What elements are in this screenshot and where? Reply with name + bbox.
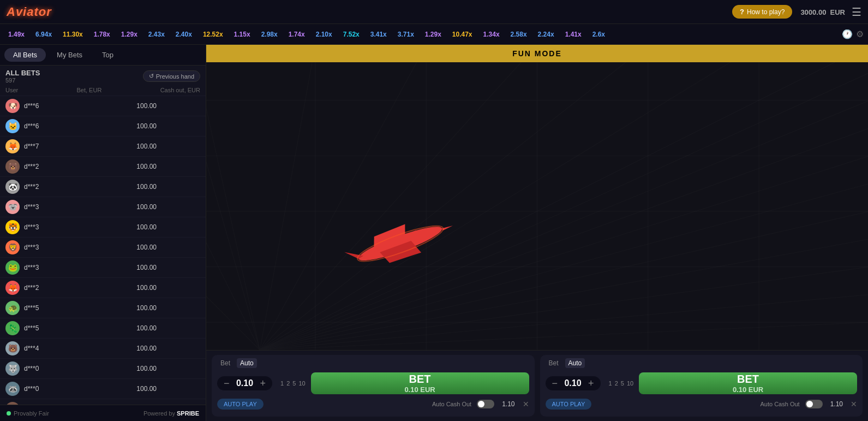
bet-amount: 100.00 — [118, 203, 157, 211]
bet-panel-2-tab-bet[interactable]: Bet — [546, 358, 562, 368]
mult-item-18: 2.58x — [507, 29, 531, 39]
avatar: 🐯 — [5, 220, 20, 234]
bet-panel-2-tabs: Bet Auto — [546, 358, 858, 368]
avatar: 🐼 — [5, 180, 20, 194]
bet-amount: 100.00 — [118, 385, 157, 393]
tab-all-bets[interactable]: All Bets — [4, 48, 46, 62]
mult-item-6: 2.40x — [172, 29, 196, 39]
mult-item-14: 3.71x — [394, 29, 418, 39]
bet-amount-2: 0.10 EUR — [733, 386, 763, 394]
plus-button-1[interactable]: + — [260, 378, 266, 388]
amount-value-1: 0.10 — [234, 378, 256, 388]
history-icon[interactable]: 🕐 — [842, 29, 853, 39]
mult-item-2: 11.30x — [59, 29, 87, 39]
table-row: 🐺d***0100.00 — [0, 359, 206, 379]
minus-button-2[interactable]: − — [552, 378, 558, 388]
mult-item-16: 10.47x — [448, 29, 476, 39]
avatar: 🐨 — [5, 200, 20, 214]
bet-amount: 100.00 — [118, 163, 157, 170]
aco-value-1: 1.10 — [502, 400, 514, 408]
avatar: 🦎 — [5, 321, 20, 335]
username: d***7 — [24, 143, 118, 150]
quick-2-1[interactable]: 2 — [286, 380, 290, 387]
auto-cash-out-label-2: Auto Cash Out — [760, 401, 799, 407]
bet-button-1[interactable]: BET 0.10 EUR — [311, 372, 529, 394]
mult-item-13: 3.41x — [367, 29, 391, 39]
col-user: User — [5, 87, 18, 93]
amount-control-2: − 0.10 + — [546, 376, 601, 390]
quick-10-1[interactable]: 10 — [298, 380, 305, 387]
username: d***4 — [24, 345, 118, 352]
provably-fair-label: Provably Fair — [14, 410, 49, 417]
close-aco-1[interactable]: ✕ — [523, 400, 529, 408]
bar-icons: 🕐 ⚙ — [842, 29, 864, 39]
top-nav: Aviator ? How to play? 3000.00 EUR ☰ — [0, 0, 868, 24]
avatar: 🐱 — [5, 119, 20, 133]
tab-top[interactable]: Top — [93, 48, 122, 62]
table-row: 🐱d***6100.00 — [0, 116, 206, 137]
bets-list: 🐶d***6100.00🐱d***6100.00🦊d***7100.00🐻d**… — [0, 96, 206, 405]
auto-play-button-1[interactable]: AUTO PLAY — [217, 399, 264, 410]
how-to-play-button[interactable]: ? How to play? — [732, 5, 792, 19]
username: d***0 — [24, 385, 118, 393]
auto-cash-out-toggle-2[interactable] — [805, 400, 823, 408]
bet-panel-2-tab-auto[interactable]: Auto — [565, 358, 585, 368]
tabs-row: All Bets My Bets Top — [0, 45, 206, 66]
mult-item-17: 1.34x — [480, 29, 504, 39]
bet-panel-1-tab-bet[interactable]: Bet — [217, 358, 234, 368]
bet-amount: 100.00 — [118, 122, 157, 130]
panel-divider — [536, 355, 539, 417]
bets-title: ALL BETS — [5, 69, 40, 77]
settings-icon[interactable]: ⚙ — [856, 29, 864, 39]
avatar: 🦁 — [5, 240, 20, 254]
previous-hand-button[interactable]: ↺ Previous hand — [143, 70, 200, 82]
avatar: 🦊 — [5, 281, 20, 295]
hamburger-menu[interactable]: ☰ — [852, 5, 861, 19]
avatar: 🐸 — [5, 260, 20, 275]
quick-10-2[interactable]: 10 — [627, 380, 633, 387]
bet-amount: 100.00 — [118, 102, 157, 110]
auto-cash-out-label-1: Auto Cash Out — [432, 401, 471, 407]
bet-amount: 100.00 — [118, 365, 157, 372]
mult-item-11: 2.10x — [312, 29, 336, 39]
tab-my-bets[interactable]: My Bets — [48, 48, 91, 62]
bet-amount: 100.00 — [118, 223, 157, 231]
bets-header: ALL BETS 597 ↺ Previous hand — [0, 66, 206, 85]
avatar: 🐺 — [5, 361, 20, 376]
avatar: 🐻 — [5, 341, 20, 355]
username: d***0 — [24, 365, 118, 372]
logo: Aviator — [7, 5, 52, 19]
bet-amount: 100.00 — [118, 143, 157, 150]
mult-item-0: 1.49x — [4, 29, 28, 39]
avatar: 🦝 — [5, 382, 20, 396]
toggle-knob-1 — [478, 401, 484, 407]
mult-item-1: 6.94x — [32, 29, 56, 39]
quick-1-2[interactable]: 1 — [609, 380, 612, 387]
close-aco-2[interactable]: ✕ — [851, 400, 857, 408]
col-cashout: Cash out, EUR — [160, 87, 200, 93]
auto-play-button-2[interactable]: AUTO PLAY — [546, 399, 592, 410]
bet-amount: 100.00 — [118, 264, 157, 271]
auto-cash-out-toggle-1[interactable] — [477, 400, 494, 408]
username: d***3 — [24, 244, 118, 251]
amount-control-1: − 0.10 + — [217, 376, 272, 390]
green-dot-icon — [7, 411, 11, 416]
bet-button-2[interactable]: BET 0.10 EUR — [639, 372, 857, 394]
fun-mode-banner: FUN MODE — [206, 45, 868, 62]
amount-value-2: 0.10 — [562, 378, 584, 388]
multiplier-bar: 1.49x6.94x11.30x1.78x1.29x2.43x2.40x12.5… — [0, 24, 868, 45]
username: d***3 — [24, 223, 118, 231]
table-row: 🐸d***3100.00 — [0, 258, 206, 278]
plus-button-2[interactable]: + — [588, 378, 594, 388]
balance-display: 3000.00 EUR — [799, 7, 845, 16]
quick-1-1[interactable]: 1 — [280, 380, 284, 387]
mult-item-15: 1.29x — [421, 29, 445, 39]
quick-5-1[interactable]: 5 — [292, 380, 296, 387]
minus-button-1[interactable]: − — [224, 378, 230, 388]
bet-panel-1-tab-auto[interactable]: Auto — [237, 358, 257, 368]
quick-2-2[interactable]: 2 — [615, 380, 618, 387]
quick-5-2[interactable]: 5 — [621, 380, 624, 387]
avatar: 🐶 — [5, 99, 20, 113]
bets-columns: User Bet, EUR Cash out, EUR — [0, 85, 206, 96]
mult-item-3: 1.78x — [90, 29, 114, 39]
